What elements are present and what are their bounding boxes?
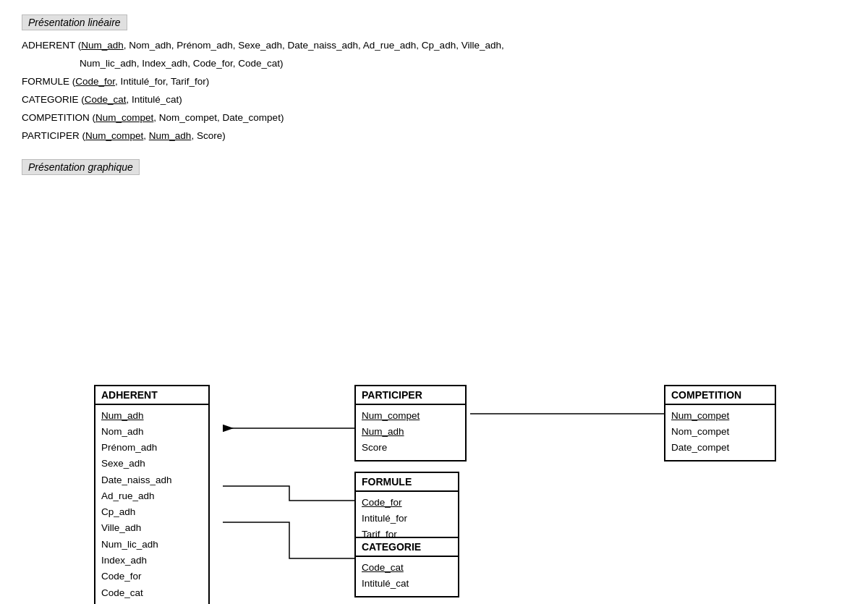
formule-field-intitule_for: Intitulé_for bbox=[362, 511, 452, 527]
graphic-title: Présentation graphique bbox=[22, 159, 140, 175]
adherent-field-date_naiss_adh: Date_naiss_adh bbox=[101, 472, 203, 488]
adherent-field-num_lic_adh: Num_lic_adh bbox=[101, 537, 203, 553]
linear-section: Présentation linéaire ADHERENT (Num_adh,… bbox=[22, 14, 846, 145]
competition-field-num_compet: Num_compet bbox=[671, 408, 769, 424]
arrow-adherent-categorie bbox=[223, 522, 354, 558]
participer-field-score: Score bbox=[362, 440, 459, 456]
formule-line: FORMULE (Code_for, Intitulé_for, Tarif_f… bbox=[22, 74, 846, 90]
participer-field-num_adh: Num_adh bbox=[362, 424, 459, 440]
participer-line: PARTICIPER (Num_compet, Num_adh, Score) bbox=[22, 128, 846, 145]
competition-pk: Num_compet bbox=[95, 112, 153, 123]
competition-line: COMPETITION (Num_compet, Nom_compet, Dat… bbox=[22, 110, 846, 127]
formule-pk: Code_for bbox=[75, 76, 115, 87]
categorie-field-code_cat: Code_cat bbox=[362, 560, 452, 576]
participer-header: PARTICIPER bbox=[356, 386, 465, 405]
competition-header: COMPETITION bbox=[665, 386, 775, 405]
adherent-field-ad_rue_adh: Ad_rue_adh bbox=[101, 488, 203, 504]
adherent-field-code_for: Code_for bbox=[101, 569, 203, 584]
adherent-pk: Num_adh bbox=[81, 40, 124, 51]
categorie-pk: Code_cat bbox=[85, 94, 127, 105]
diagram-area: ADHERENT Num_adh Nom_adh Prénom_adh Sexe… bbox=[22, 190, 846, 595]
adherent-field-sexe_adh: Sexe_adh bbox=[101, 456, 203, 472]
adherent-table: ADHERENT Num_adh Nom_adh Prénom_adh Sexe… bbox=[94, 385, 210, 604]
formule-field-code_for: Code_for bbox=[362, 495, 452, 511]
participer-field-num_compet: Num_compet bbox=[362, 408, 459, 424]
arrow-adherent-formule bbox=[223, 486, 354, 501]
participer-body: Num_compet Num_adh Score bbox=[356, 405, 465, 461]
adherent-field-nom_adh: Nom_adh bbox=[101, 424, 203, 440]
adherent-field-prenom_adh: Prénom_adh bbox=[101, 440, 203, 456]
adherent-field-ville_adh: Ville_adh bbox=[101, 520, 203, 536]
adherent-header: ADHERENT bbox=[95, 386, 208, 405]
competition-table: COMPETITION Num_compet Nom_compet Date_c… bbox=[664, 385, 776, 462]
adherent-field-index_adh: Index_adh bbox=[101, 553, 203, 569]
participer-table: PARTICIPER Num_compet Num_adh Score bbox=[354, 385, 467, 462]
competition-field-nom_compet: Nom_compet bbox=[671, 424, 769, 440]
adherent-field-cp_adh: Cp_adh bbox=[101, 504, 203, 520]
adherent-field-num_adh: Num_adh bbox=[101, 408, 203, 424]
graphic-section: Présentation graphique bbox=[22, 159, 846, 595]
adherent-field-code_cat: Code_cat bbox=[101, 585, 203, 601]
categorie-line: CATEGORIE (Code_cat, Intitulé_cat) bbox=[22, 92, 846, 109]
adherent-line2: Num_lic_adh, Index_adh, Code_for, Code_c… bbox=[22, 56, 846, 72]
categorie-field-intitule_cat: Intitulé_cat bbox=[362, 576, 452, 592]
participer-pk1: Num_compet bbox=[85, 130, 143, 141]
categorie-body: Code_cat Intitulé_cat bbox=[356, 557, 458, 597]
adherent-line: ADHERENT (Num_adh, Nom_adh, Prénom_adh, … bbox=[22, 38, 846, 54]
competition-body: Num_compet Nom_compet Date_compet bbox=[665, 405, 775, 461]
participer-pk2: Num_adh bbox=[149, 130, 192, 141]
linear-content: ADHERENT (Num_adh, Nom_adh, Prénom_adh, … bbox=[22, 38, 846, 145]
linear-title: Présentation linéaire bbox=[22, 14, 127, 30]
formule-header: FORMULE bbox=[356, 473, 458, 492]
competition-field-date_compet: Date_compet bbox=[671, 440, 769, 456]
adherent-body: Num_adh Nom_adh Prénom_adh Sexe_adh Date… bbox=[95, 405, 208, 604]
categorie-header: CATEGORIE bbox=[356, 538, 458, 557]
categorie-table: CATEGORIE Code_cat Intitulé_cat bbox=[354, 537, 459, 598]
